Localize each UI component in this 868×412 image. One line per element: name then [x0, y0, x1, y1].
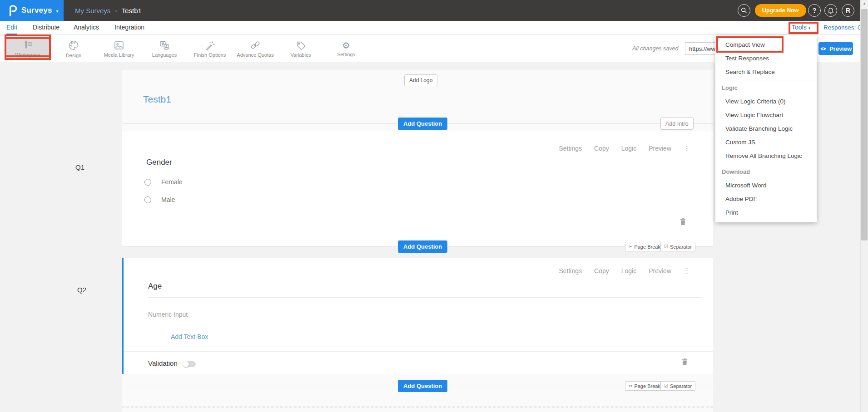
more-options-icon[interactable]: ⋮ — [684, 144, 690, 152]
question-logic-link[interactable]: Logic — [621, 145, 636, 152]
separator-button[interactable]: ☑ Separator — [660, 381, 695, 391]
breadcrumb-separator: › — [115, 7, 117, 14]
trash-icon — [681, 358, 688, 366]
toolbar-item-settings[interactable]: ⚙ Settings — [323, 37, 369, 60]
scrollbar-thumb[interactable] — [861, 9, 868, 240]
menu-item-print[interactable]: Print — [715, 206, 817, 220]
main-nav: Edit Distribute Analytics Integration To… — [0, 21, 868, 35]
survey-builder-app: Surveys ▾ My Surveys › Testb1 Upgrade No… — [0, 0, 868, 412]
tools-dropdown-menu: Compact View Test Responses Search & Rep… — [715, 35, 817, 222]
toolbar-item-finish-options[interactable]: Finish Options — [187, 37, 233, 60]
chevron-down-icon: ▾ — [56, 9, 59, 14]
eye-icon — [820, 46, 827, 51]
magic-wand-icon — [204, 40, 216, 51]
delete-question-q1-button[interactable] — [680, 218, 686, 227]
question-settings-link[interactable]: Settings — [559, 267, 582, 275]
add-text-box-link[interactable]: Add Text Box — [171, 333, 208, 340]
tools-menu-button[interactable]: Tools▾ — [792, 21, 810, 34]
menu-header-logic: Logic — [715, 81, 817, 95]
question-copy-link[interactable]: Copy — [594, 267, 609, 275]
insert-row-2: Add Question ✂ Page Break ☑ Separator — [122, 380, 713, 397]
tab-distribute[interactable]: Distribute — [33, 21, 60, 34]
add-logo-button[interactable]: Add Logo — [404, 74, 437, 86]
menu-item-test-responses[interactable]: Test Responses — [715, 52, 817, 65]
tab-analytics[interactable]: Analytics — [74, 21, 99, 34]
upgrade-now-button[interactable]: Upgrade Now — [755, 4, 806, 17]
radio-button-icon[interactable] — [144, 196, 151, 203]
chain-links-icon — [249, 40, 261, 51]
validation-toggle[interactable] — [184, 361, 196, 367]
tab-integration[interactable]: Integration — [114, 21, 144, 34]
menu-item-compact-view[interactable]: Compact View — [715, 38, 817, 52]
bell-icon — [828, 7, 834, 14]
question-logic-link[interactable]: Logic — [621, 267, 636, 275]
menu-item-microsoft-word[interactable]: Microsoft Word — [715, 179, 817, 192]
separator-button[interactable]: ☑ Separator — [660, 242, 695, 251]
question-preview-link[interactable]: Preview — [649, 145, 671, 152]
delete-question-q2-button[interactable] — [681, 358, 688, 368]
menu-item-view-logic-criteria[interactable]: View Logic Criteria (0) — [715, 95, 817, 108]
add-question-button-3[interactable]: Add Question — [398, 380, 447, 392]
user-avatar[interactable]: R — [842, 4, 854, 17]
responses-count[interactable]: Responses: 0 — [823, 21, 861, 34]
preview-button[interactable]: Preview — [818, 42, 853, 55]
question-preview-link[interactable]: Preview — [649, 267, 671, 275]
breadcrumb-current-survey: Testb1 — [122, 7, 142, 15]
toolbar-item-variables[interactable]: Variables — [278, 37, 323, 60]
question-title-q1[interactable]: Gender — [146, 158, 172, 167]
toggle-knob[interactable] — [183, 361, 189, 367]
question-copy-link[interactable]: Copy — [594, 145, 609, 152]
help-button[interactable]: ? — [808, 4, 821, 17]
search-button[interactable] — [738, 4, 750, 17]
image-icon — [113, 40, 125, 51]
tab-edit[interactable]: Edit — [6, 21, 17, 34]
add-question-button-1[interactable]: Add Question — [398, 118, 447, 130]
question-card-q1[interactable]: Settings Copy Logic Preview ⋮ Gender Fem… — [122, 132, 713, 246]
toolbar-item-design[interactable]: Design — [51, 37, 96, 60]
more-options-icon[interactable]: ⋮ — [684, 267, 690, 275]
menu-item-adobe-pdf[interactable]: Adobe PDF — [715, 192, 817, 206]
validation-label: Validation — [148, 359, 178, 367]
menu-item-validate-branching-logic[interactable]: Validate Branching Logic — [715, 122, 817, 136]
answer-option-female[interactable]: Female — [144, 178, 183, 186]
menu-item-custom-js[interactable]: Custom JS — [715, 136, 817, 149]
title-underline — [148, 297, 702, 298]
toolbar-item-languages[interactable]: Languages — [142, 37, 187, 60]
gear-icon: ⚙ — [342, 40, 350, 50]
scissors-icon: ✂ — [629, 383, 632, 388]
question-title-q2[interactable]: Age — [148, 282, 162, 291]
product-switcher[interactable]: Surveys ▾ — [0, 0, 64, 21]
menu-item-view-logic-flowchart[interactable]: View Logic Flowchart — [715, 108, 817, 122]
save-status-text: All changes saved — [632, 35, 678, 62]
numeric-answer-input[interactable] — [148, 308, 311, 321]
page-break-button[interactable]: ✂ Page Break — [625, 242, 664, 251]
add-question-button-2[interactable]: Add Question — [398, 240, 447, 253]
answer-option-male[interactable]: Male — [144, 196, 175, 203]
product-name: Surveys — [21, 6, 52, 15]
toolbar-item-workspace[interactable]: Workspace — [5, 37, 51, 60]
vertical-scrollbar: ▲ — [860, 0, 868, 412]
workspace-icon — [22, 40, 34, 51]
menu-item-search-replace[interactable]: Search & Replace — [715, 65, 817, 79]
add-intro-button[interactable]: Add Intro — [660, 118, 694, 130]
toolbar-item-media-library[interactable]: Media Library — [96, 37, 142, 60]
card-divider — [124, 351, 713, 352]
page-break-button[interactable]: ✂ Page Break — [625, 381, 664, 391]
checkbox-icon: ☑ — [664, 244, 668, 249]
tag-icon — [295, 40, 307, 51]
question-number-q2: Q2 — [77, 286, 86, 294]
palette-icon — [68, 39, 79, 51]
menu-header-download: Download — [715, 165, 817, 179]
question-card-q2[interactable]: Settings Copy Logic Preview ⋮ Age Add Te… — [122, 258, 713, 374]
question-mark-icon: ? — [813, 7, 817, 14]
menu-divider — [715, 164, 817, 164]
question-settings-link[interactable]: Settings — [559, 145, 582, 152]
radio-button-icon[interactable] — [144, 179, 151, 186]
toolbar-item-advance-quotas[interactable]: Advance Quotas — [233, 37, 278, 60]
notifications-button[interactable] — [824, 4, 837, 17]
menu-item-remove-all-branching-logic[interactable]: Remove All Branching Logic — [715, 149, 817, 163]
scroll-up-arrow[interactable]: ▲ — [861, 1, 868, 5]
question-actions-q1: Settings Copy Logic Preview ⋮ — [559, 144, 690, 152]
survey-title[interactable]: Testb1 — [143, 94, 171, 105]
breadcrumb-my-surveys[interactable]: My Surveys — [75, 7, 110, 15]
